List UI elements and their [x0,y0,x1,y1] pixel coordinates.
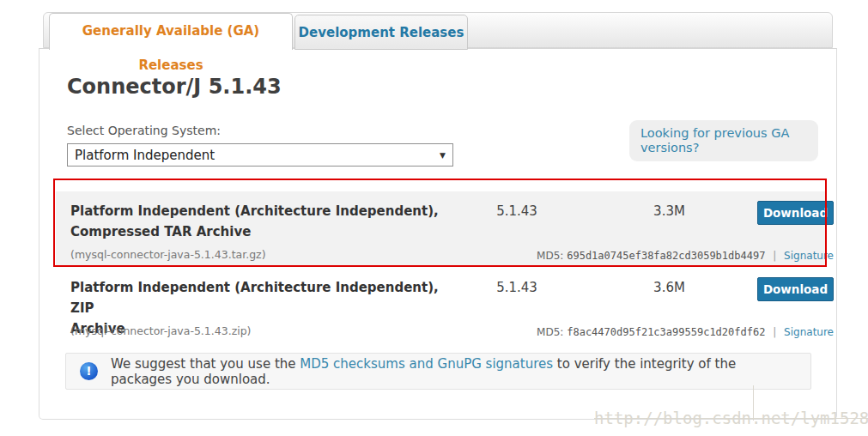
md5-divider: | [773,326,776,338]
download-title-line2: Compressed TAR Archive [70,221,452,242]
mysql-download-page: Generally Available (GA) Releases Develo… [0,0,868,436]
download-size: 3.6M [581,277,757,322]
md5-line: MD5: f8ac4470d95f21c3a99559c1d20fdf62 | … [452,322,834,338]
download-size: 3.3M [581,201,757,245]
download-title: Platform Independent (Architecture Indep… [70,277,452,322]
alert-icon: ! [80,362,98,380]
download-title: Platform Independent (Architecture Indep… [70,201,452,245]
download-title-line1: Platform Independent (Architecture Indep… [70,277,452,318]
download-filename: (mysql-connector-java-5.1.43.tar.gz) [70,245,452,262]
md5-label: MD5: [537,326,563,338]
notice-box: ! We suggest that you use the MD5 checks… [65,353,811,390]
md5-divider: | [773,250,776,262]
dropdown-caret-icon: ▼ [440,151,446,160]
md5-label: MD5: [537,250,563,262]
watermark: http://blog.csdn.net/lym152898 [594,409,868,427]
download-row-tar: Platform Independent (Architecture Indep… [56,191,826,266]
md5-hash: f8ac4470d95f21c3a99559c1d20fdf62 [567,326,765,338]
os-select[interactable]: Platform Independent ▼ [67,143,453,167]
previous-ga-versions-link[interactable]: Looking for previous GA versions? [629,120,818,161]
checksums-signatures-link[interactable]: MD5 checksums and GnuPG signatures [300,356,553,372]
md5-line: MD5: 695d1a0745ef38fa82cd3059b1db4497 | … [452,245,834,262]
download-title-line1: Platform Independent (Architecture Indep… [70,201,452,221]
tab-development-releases[interactable]: Development Releases [294,15,468,50]
download-row-zip: Platform Independent (Architecture Indep… [56,268,826,342]
md5-hash: 695d1a0745ef38fa82cd3059b1db4497 [567,250,765,262]
download-button-tar[interactable]: Download [757,201,834,225]
tab-ga-releases[interactable]: Generally Available (GA) Releases [49,13,293,50]
download-filename: (mysql-connector-java-5.1.43.zip) [70,322,452,338]
os-select-label: Select Operating System: [67,124,221,137]
os-select-value: Platform Independent [75,148,215,163]
signature-link-zip[interactable]: Signature [784,326,834,338]
download-version: 5.1.43 [452,277,581,322]
notice-text-before: We suggest that you use the [111,356,300,372]
signature-link-tar[interactable]: Signature [784,250,834,262]
download-button-zip[interactable]: Download [757,277,834,301]
content-panel: Connector/J 5.1.43 Select Operating Syst… [39,48,837,420]
download-version: 5.1.43 [452,201,581,245]
notice-text: We suggest that you use the MD5 checksum… [111,356,797,387]
